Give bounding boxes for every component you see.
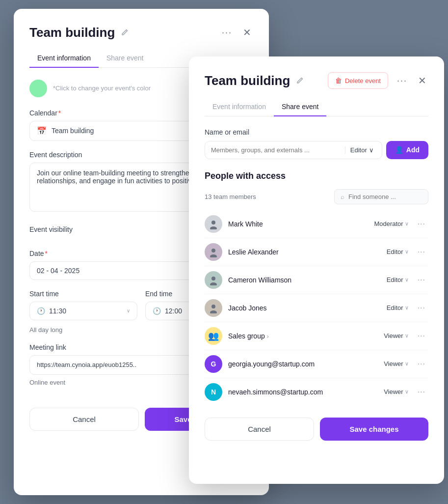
title-group-back: Team building [29, 25, 130, 40]
person-name: Sales group › [228, 332, 378, 340]
chevron-down-role: ∨ [369, 146, 374, 154]
edit-title-icon-front[interactable] [295, 76, 305, 85]
delete-icon: 🗑 [335, 77, 342, 84]
add-user-icon: 👤 [395, 146, 403, 154]
calendar-icon: 📅 [37, 126, 47, 136]
search-icon: ⌕ [341, 193, 344, 200]
find-someone-input[interactable] [348, 193, 422, 200]
edit-title-icon-back[interactable] [120, 28, 130, 37]
tab-event-info-front[interactable]: Event information [205, 99, 274, 116]
more-options-front[interactable]: ··· [394, 74, 410, 88]
people-header: 13 team members ⌕ [205, 189, 428, 204]
role-badge[interactable]: Viewer ∨ [384, 388, 409, 395]
add-button[interactable]: 👤 Add [386, 141, 428, 159]
color-circle[interactable] [29, 80, 47, 97]
role-badge[interactable]: Viewer ∨ [384, 332, 409, 339]
start-time-value: 11:30 [49, 307, 66, 315]
tab-event-info-back[interactable]: Event information [29, 50, 99, 68]
person-name: georgia.young@startup.com [228, 360, 378, 368]
title-group-front: Team building [205, 73, 305, 88]
close-back-modal[interactable]: ✕ [241, 25, 253, 40]
person-name: Leslie Alexander [228, 248, 381, 256]
chevron-down-start: ∨ [127, 308, 130, 313]
share-event-modal: Team building 🗑 Delete event ··· ✕ Event… [189, 56, 444, 484]
avatar [205, 299, 222, 317]
back-modal-title: Team building [29, 25, 115, 40]
cancel-button-front[interactable]: Cancel [205, 418, 314, 441]
role-label: Editor [387, 276, 403, 283]
close-front-modal[interactable]: ✕ [416, 73, 428, 88]
person-name: Mark White [228, 220, 368, 228]
avatar: G [205, 355, 222, 373]
meeting-link-input[interactable] [30, 356, 214, 373]
add-label: Add [406, 146, 420, 154]
person-row: Cameron Williamson Editor ∨ ··· [205, 266, 428, 294]
delete-label: Delete event [345, 77, 381, 84]
tabs-front: Event information Share event [205, 99, 428, 116]
person-more-button[interactable]: ··· [415, 246, 428, 258]
start-time-group: Start time 🕐 11:30 ∨ [29, 290, 137, 320]
person-more-button[interactable]: ··· [415, 274, 428, 286]
person-row: G georgia.young@startup.com Viewer ∨ ··· [205, 350, 428, 378]
delete-event-button[interactable]: 🗑 Delete event [328, 72, 388, 89]
person-name: nevaeh.simmons@startup.com [228, 388, 378, 396]
save-button-front[interactable]: Save changes [320, 418, 428, 441]
person-more-button[interactable]: ··· [415, 302, 428, 314]
role-badge[interactable]: Moderator ∨ [374, 220, 408, 227]
color-hint: *Click to change your event's color [53, 84, 151, 92]
chevron-down-role: ∨ [405, 333, 409, 339]
avatar: 👥 [205, 327, 222, 345]
people-section-title: People with access [205, 171, 428, 181]
start-time-label: Start time [29, 290, 137, 298]
start-time-input[interactable]: 🕐 11:30 ∨ [29, 302, 137, 320]
role-badge[interactable]: Editor ∨ [387, 304, 409, 311]
person-row: Jacob Jones Editor ∨ ··· [205, 294, 428, 322]
role-label: Viewer [384, 332, 403, 339]
role-label: Viewer [384, 360, 403, 367]
person-row: N nevaeh.simmons@startup.com Viewer ∨ ··… [205, 378, 428, 406]
cancel-button-back[interactable]: Cancel [29, 408, 139, 431]
person-name: Cameron Williamson [228, 276, 381, 284]
modal-footer-front: Cancel Save changes [205, 406, 428, 441]
front-modal-title: Team building [205, 73, 290, 88]
calendar-value: Team building [52, 127, 94, 135]
role-badge[interactable]: Editor ∨ [387, 248, 409, 255]
person-more-button[interactable]: ··· [415, 358, 428, 370]
chevron-down-role: ∨ [405, 249, 409, 255]
svg-point-7 [210, 310, 217, 313]
modal-header-front: Team building 🗑 Delete event ··· ✕ [205, 72, 428, 89]
person-row: 👥 Sales group › Viewer ∨ ··· [205, 322, 428, 350]
role-default: Editor [350, 146, 367, 154]
search-wrap: ⌕ [334, 189, 428, 204]
chevron-down-role: ∨ [405, 277, 409, 283]
modal-actions-back: ··· ✕ [219, 25, 253, 40]
chevron-down-role: ∨ [405, 389, 409, 395]
role-label: Moderator [374, 220, 403, 227]
name-email-label: Name or email [205, 128, 428, 136]
person-name: Jacob Jones [228, 304, 381, 312]
role-label: Editor [387, 248, 403, 255]
team-count: 13 team members [205, 193, 256, 200]
chevron-down-role: ∨ [405, 221, 409, 227]
invite-input-wrap: Editor ∨ [205, 141, 382, 159]
svg-point-4 [211, 277, 215, 280]
visibility-label: Event visibility [29, 225, 73, 233]
tab-share-event-back[interactable]: Share event [99, 50, 152, 68]
tab-share-event-front[interactable]: Share event [274, 99, 327, 116]
role-badge[interactable]: Viewer ∨ [384, 360, 409, 367]
end-time-value: 12:00 [165, 307, 182, 315]
role-label: Editor [387, 304, 403, 311]
svg-point-1 [210, 226, 217, 229]
avatar [205, 215, 222, 233]
more-options-back[interactable]: ··· [219, 26, 235, 40]
person-more-button[interactable]: ··· [415, 330, 428, 342]
role-select[interactable]: Editor ∨ [345, 146, 376, 154]
person-row: Mark White Moderator ∨ ··· [205, 210, 428, 238]
modal-actions-front: 🗑 Delete event ··· ✕ [328, 72, 428, 89]
invite-input[interactable] [211, 141, 345, 159]
invite-section: Name or email Editor ∨ 👤 Add [205, 128, 428, 159]
person-more-button[interactable]: ··· [415, 386, 428, 398]
clock-icon-start: 🕐 [37, 307, 45, 315]
role-badge[interactable]: Editor ∨ [387, 276, 409, 283]
person-more-button[interactable]: ··· [415, 218, 428, 230]
